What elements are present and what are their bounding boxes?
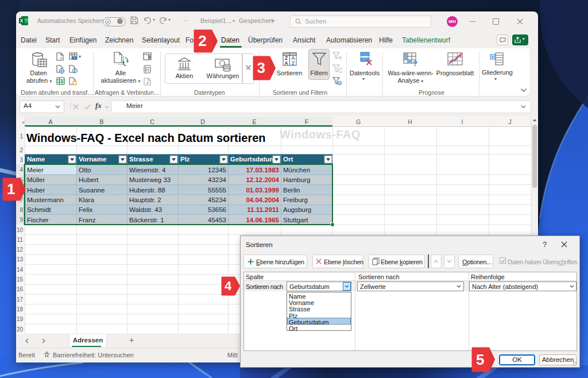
svg-text:1: 1 xyxy=(20,133,23,140)
svg-text:45234: 45234 xyxy=(208,196,227,203)
svg-text:C: C xyxy=(150,118,154,125)
svg-text:Plz: Plz xyxy=(180,156,190,163)
svg-text:Strasse: Strasse xyxy=(129,156,153,163)
svg-text:Windows-FAQ - Excel nach Datum: Windows-FAQ - Excel nach Datum sortieren xyxy=(26,132,266,144)
svg-text:14: 14 xyxy=(17,267,24,273)
svg-text:Fischer: Fischer xyxy=(27,217,49,223)
svg-text:12: 12 xyxy=(17,246,24,253)
svg-text:F: F xyxy=(305,118,308,125)
svg-text:Schmidt: Schmidt xyxy=(27,206,51,213)
svg-text:E: E xyxy=(252,118,256,125)
svg-text:Geburtsdatum: Geburtsdatum xyxy=(230,156,276,163)
svg-text:10: 10 xyxy=(17,227,24,233)
svg-text:H: H xyxy=(408,118,412,125)
svg-text:15: 15 xyxy=(17,276,24,283)
svg-text:17: 17 xyxy=(17,296,24,303)
svg-text:Windows-FAQ: Windows-FAQ xyxy=(280,128,361,141)
svg-text:16: 16 xyxy=(17,286,24,292)
svg-text:Klara: Klara xyxy=(79,196,94,203)
svg-text:04.04.2004: 04.04.2004 xyxy=(246,196,279,203)
svg-text:01.03.1999: 01.03.1999 xyxy=(246,187,279,194)
svg-text:17.03.1983: 17.03.1983 xyxy=(246,167,279,173)
svg-text:G: G xyxy=(356,118,361,125)
svg-text:8: 8 xyxy=(20,207,23,213)
svg-text:X: X xyxy=(20,18,24,24)
svg-text:Müller: Müller xyxy=(27,176,45,183)
svg-text:A: A xyxy=(285,60,288,66)
svg-text:12.12.2004: 12.12.2004 xyxy=(246,176,279,183)
svg-text:18: 18 xyxy=(17,306,24,313)
svg-text:Otto: Otto xyxy=(79,167,91,173)
svg-text:A: A xyxy=(48,118,52,125)
svg-text:53656: 53656 xyxy=(208,206,226,213)
svg-text:Wiesenstr. 4: Wiesenstr. 4 xyxy=(129,167,166,173)
svg-text:Bäckerstr. 1: Bäckerstr. 1 xyxy=(129,217,164,223)
svg-text:13: 13 xyxy=(17,256,24,263)
svg-text:19: 19 xyxy=(17,316,24,322)
svg-text:Z: Z xyxy=(292,60,295,66)
svg-text:Freiburg: Freiburg xyxy=(283,196,308,203)
svg-text:45453: 45453 xyxy=(208,217,226,223)
svg-text:B: B xyxy=(99,118,103,125)
svg-text:9: 9 xyxy=(20,217,23,223)
svg-text:I: I xyxy=(462,118,463,125)
svg-text:Musterweg 33: Musterweg 33 xyxy=(129,176,171,183)
svg-text:Mustermann: Mustermann xyxy=(27,196,64,203)
svg-text:3: 3 xyxy=(20,157,23,163)
svg-text:12345: 12345 xyxy=(208,167,226,173)
svg-text:Hubert: Hubert xyxy=(79,176,99,183)
svg-text:Huberstr. 88: Huberstr. 88 xyxy=(129,187,165,194)
svg-text:Name: Name xyxy=(27,156,45,163)
svg-text:Hauptstr. 2: Hauptstr. 2 xyxy=(129,196,161,203)
svg-text:Stuttgart: Stuttgart xyxy=(283,217,308,223)
svg-text:Huber: Huber xyxy=(27,187,45,194)
svg-text:14.06.1965: 14.06.1965 xyxy=(246,217,279,223)
svg-text:München: München xyxy=(283,167,310,173)
svg-text:4: 4 xyxy=(20,167,23,173)
svg-text:Augsburg: Augsburg xyxy=(283,206,311,213)
svg-text:11.11.2011: 11.11.2011 xyxy=(247,206,279,213)
svg-text:?: ? xyxy=(413,59,417,67)
svg-text:20: 20 xyxy=(17,326,24,333)
svg-text:Felix: Felix xyxy=(79,206,93,213)
svg-text:J: J xyxy=(508,118,511,125)
svg-text:Meier: Meier xyxy=(27,167,44,173)
svg-text:Susanne: Susanne xyxy=(79,187,105,194)
svg-text:Hamburg: Hamburg xyxy=(283,176,310,183)
svg-text:Vorname: Vorname xyxy=(79,156,106,163)
svg-text:11: 11 xyxy=(17,237,24,243)
svg-text:55555: 55555 xyxy=(208,187,226,194)
svg-text:Ort: Ort xyxy=(283,156,293,163)
svg-text:Franz: Franz xyxy=(79,217,96,223)
svg-text:2: 2 xyxy=(20,147,23,153)
svg-text:Waldstr. 43: Waldstr. 43 xyxy=(129,206,162,213)
svg-text:D: D xyxy=(200,118,205,125)
svg-text:43234: 43234 xyxy=(208,176,227,183)
svg-text:Berlin: Berlin xyxy=(283,187,300,194)
